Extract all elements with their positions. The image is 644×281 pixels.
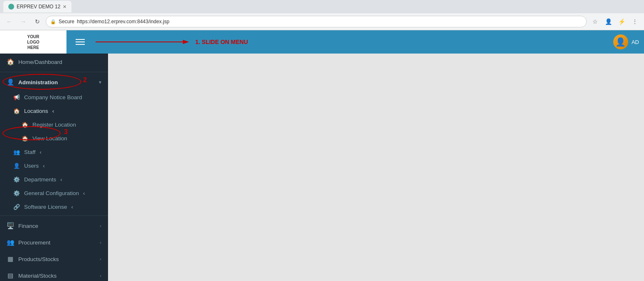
sidebar-item-staff[interactable]: 👥 Staff ‹ bbox=[0, 145, 108, 159]
sidebar-item-label: Material/Stocks bbox=[18, 273, 96, 279]
tab-close-button[interactable]: ✕ bbox=[63, 4, 66, 10]
view-location-icon: 🏠 bbox=[22, 135, 28, 142]
register-location-icon: 🏠 bbox=[22, 122, 28, 128]
sidebar-item-administration[interactable]: 👤 Administration ▾ bbox=[0, 74, 108, 90]
content-area bbox=[108, 54, 644, 281]
chevron-left-icon: ‹ bbox=[83, 190, 85, 196]
home-dashboard-icon: 🏠 bbox=[7, 58, 14, 66]
browser-tab[interactable]: ERPREV DEMO 12 ✕ bbox=[3, 1, 71, 12]
ham-line-2 bbox=[76, 42, 85, 42]
sidebar-item-products-stocks[interactable]: ▦ Products/Stocks ‹ bbox=[0, 251, 108, 267]
sidebar-item-view-location[interactable]: 🏠 View Location bbox=[0, 132, 108, 145]
sidebar-item-label: Company Notice Board bbox=[24, 94, 82, 100]
staff-icon: 👥 bbox=[13, 149, 20, 155]
ham-line-3 bbox=[76, 44, 85, 45]
sidebar-item-company-notice-board[interactable]: 📢 Company Notice Board bbox=[0, 90, 108, 104]
chevron-left-icon: ‹ bbox=[71, 204, 74, 210]
sidebar-item-label: Register Location bbox=[32, 122, 76, 128]
sidebar-item-general-configuration[interactable]: ⚙️ General Configuration ‹ bbox=[0, 186, 108, 200]
browser-chrome: ERPREV DEMO 12 ✕ ← → ↻ 🔒 Secure https://… bbox=[0, 0, 644, 30]
sidebar-item-label: Staff bbox=[24, 149, 36, 155]
finance-icon: 🖥️ bbox=[7, 222, 14, 230]
chevron-left-icon: ‹ bbox=[40, 149, 42, 155]
chevron-left-icon: ‹ bbox=[100, 273, 101, 278]
notice-board-icon: 📢 bbox=[13, 94, 20, 100]
back-button[interactable]: ← bbox=[3, 16, 15, 27]
extension-button[interactable]: ⚡ bbox=[616, 16, 627, 27]
sidebar-item-label: Departments bbox=[24, 176, 56, 183]
chevron-left-icon: ‹ bbox=[60, 176, 62, 183]
material-stocks-icon: ▤ bbox=[7, 272, 14, 279]
sidebar-item-label: Home/Dashboard bbox=[18, 59, 101, 65]
sidebar-item-material-stocks[interactable]: ▤ Material/Stocks ‹ bbox=[0, 267, 108, 281]
users-icon: 👤 bbox=[13, 163, 20, 169]
sidebar-item-register-location[interactable]: 🏠 Register Location bbox=[0, 118, 108, 132]
sidebar-item-label: Locations bbox=[24, 108, 48, 114]
secure-icon: 🔒 bbox=[50, 19, 56, 24]
logo-box: YOUR LOGO HERE bbox=[0, 30, 66, 54]
chevron-left-icon: ‹ bbox=[43, 163, 45, 169]
top-navbar-right: 👤 AD bbox=[613, 34, 644, 49]
chevron-left-icon: ‹ bbox=[100, 257, 101, 261]
main-area: 🏠 Home/Dashboard 👤 Administration ▾ 📢 Co… bbox=[0, 54, 644, 281]
sidebar-item-locations[interactable]: 🏠 Locations ‹ bbox=[0, 104, 108, 118]
forward-button[interactable]: → bbox=[17, 16, 29, 27]
logo-text: YOUR LOGO HERE bbox=[27, 34, 39, 50]
sidebar-item-home-dashboard[interactable]: 🏠 Home/Dashboard bbox=[0, 54, 108, 70]
address-bar-row: ← → ↻ 🔒 Secure https://demo12.erprev.com… bbox=[0, 13, 644, 30]
software-license-icon: 🔗 bbox=[13, 204, 20, 210]
sidebar-item-label: Finance bbox=[18, 223, 96, 229]
tab-bar: ERPREV DEMO 12 ✕ bbox=[0, 0, 644, 13]
bookmark-button[interactable]: ☆ bbox=[589, 16, 601, 27]
tab-favicon bbox=[8, 4, 14, 10]
sidebar-item-label: Administration bbox=[18, 79, 95, 86]
sidebar-item-label: Users bbox=[24, 163, 39, 169]
profile-button[interactable]: 👤 bbox=[602, 16, 614, 27]
address-bar-actions: ☆ 👤 ⚡ ⋮ bbox=[589, 16, 641, 27]
chevron-left-icon: ‹ bbox=[100, 240, 101, 245]
hamburger-button[interactable] bbox=[73, 37, 87, 47]
reload-button[interactable]: ↻ bbox=[32, 16, 43, 27]
sidebar: 🏠 Home/Dashboard 👤 Administration ▾ 📢 Co… bbox=[0, 54, 108, 281]
sidebar-item-label: Products/Stocks bbox=[18, 256, 96, 262]
sidebar-item-label: Procurement bbox=[18, 239, 96, 246]
sidebar-item-departments[interactable]: ⚙️ Departments ‹ bbox=[0, 173, 108, 186]
svg-marker-1 bbox=[183, 40, 189, 44]
departments-icon: ⚙️ bbox=[13, 176, 20, 183]
arrow-svg bbox=[96, 38, 195, 46]
chevron-left-icon: ‹ bbox=[100, 223, 101, 228]
user-label: AD bbox=[632, 39, 639, 45]
user-avatar: 👤 bbox=[613, 34, 628, 49]
sidebar-item-label: General Configuration bbox=[24, 190, 79, 196]
sidebar-item-procurement[interactable]: 👥 Procurement ‹ bbox=[0, 234, 108, 251]
sidebar-item-finance[interactable]: 🖥️ Finance ‹ bbox=[0, 217, 108, 234]
menu-button[interactable]: ⋮ bbox=[629, 16, 641, 27]
sidebar-item-users[interactable]: 👤 Users ‹ bbox=[0, 159, 108, 173]
avatar-icon: 👤 bbox=[615, 37, 626, 47]
slide-annotation: 1. SLIDE ON MENU bbox=[96, 38, 248, 46]
procurement-icon: 👥 bbox=[7, 239, 14, 246]
sidebar-item-label: View Location bbox=[32, 135, 67, 142]
hamburger-area bbox=[66, 37, 94, 47]
sidebar-item-label: Software License bbox=[24, 204, 67, 210]
administration-icon: 👤 bbox=[7, 78, 14, 86]
locations-icon: 🏠 bbox=[13, 108, 20, 114]
chevron-left-icon: ‹ bbox=[52, 108, 54, 114]
sidebar-item-software-license[interactable]: 🔗 Software License ‹ bbox=[0, 200, 108, 214]
tab-title: ERPREV DEMO 12 bbox=[17, 4, 60, 10]
general-config-icon: ⚙️ bbox=[13, 190, 20, 196]
app-wrapper: YOUR LOGO HERE 1. SLIDE ON MENU 👤 bbox=[0, 30, 644, 281]
products-stocks-icon: ▦ bbox=[7, 255, 14, 263]
address-bar[interactable]: 🔒 Secure https://demo12.erprev.com:8443/… bbox=[46, 16, 587, 27]
divider-1 bbox=[0, 72, 108, 72]
secure-label: Secure bbox=[59, 19, 74, 24]
chevron-down-icon: ▾ bbox=[99, 80, 101, 85]
url-text: https://demo12.erprev.com:8443/index.jsp bbox=[77, 19, 170, 24]
top-navbar: YOUR LOGO HERE 1. SLIDE ON MENU 👤 bbox=[0, 30, 644, 54]
annotation-label: 1. SLIDE ON MENU bbox=[195, 39, 248, 45]
divider-2 bbox=[0, 215, 108, 216]
ham-line-1 bbox=[76, 39, 85, 40]
